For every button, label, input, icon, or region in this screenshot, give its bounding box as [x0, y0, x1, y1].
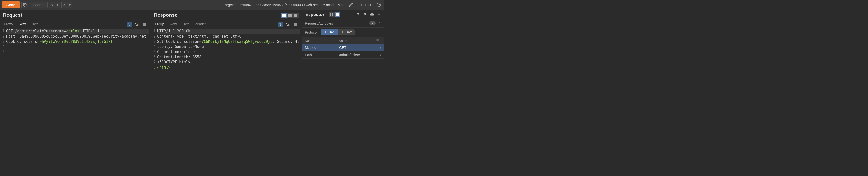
- table-row[interactable]: MethodGET›: [302, 44, 384, 51]
- history-back-group: < ▾: [49, 2, 60, 8]
- hamburger-icon[interactable]: [142, 22, 147, 27]
- tab-render[interactable]: Render: [194, 21, 207, 28]
- history-forward-group: > ▾: [61, 2, 72, 8]
- svg-rect-12: [294, 14, 298, 17]
- protocol-label: Protocol: [305, 30, 317, 34]
- response-title: Response: [154, 12, 178, 18]
- response-panel: Response Pretty Raw Hex Render \n 123456…: [151, 10, 302, 78]
- inspector-panel: Inspector Request Attributes 2 ⌃ Protoco…: [302, 10, 384, 78]
- newline-icon[interactable]: \n: [285, 22, 291, 27]
- svg-rect-20: [336, 13, 338, 16]
- tab-raw[interactable]: Raw: [19, 21, 26, 28]
- attr-name: Method: [305, 46, 339, 50]
- column-value: Value: [339, 39, 376, 42]
- svg-point-24: [371, 14, 372, 15]
- protocol-row: Protocol HTTP/1 HTTP/2: [302, 28, 384, 37]
- expand-up-icon[interactable]: [355, 12, 361, 17]
- help-icon[interactable]: [375, 2, 382, 8]
- request-attributes-label: Request Attributes: [305, 21, 333, 25]
- tab-hex[interactable]: Hex: [31, 21, 38, 28]
- attributes-count-badge: 2: [369, 21, 376, 25]
- history-back-button[interactable]: <: [49, 2, 55, 8]
- layout-toggles: [281, 12, 299, 18]
- history-forward-button[interactable]: >: [61, 2, 67, 8]
- svg-rect-21: [338, 13, 339, 16]
- chevron-right-icon: ›: [376, 53, 381, 57]
- request-editor[interactable]: 12345 GET /admin/delete?username=carlos …: [0, 28, 151, 78]
- attr-value: /admin/delete: [339, 53, 376, 57]
- close-icon[interactable]: [376, 12, 381, 17]
- layout-columns-icon[interactable]: [281, 12, 287, 18]
- inspector-layout-2-icon[interactable]: [335, 12, 340, 17]
- actions-icon[interactable]: [127, 22, 132, 27]
- svg-rect-8: [282, 14, 284, 17]
- http-version-label[interactable]: HTTP/1: [357, 2, 374, 8]
- chevron-right-icon: ›: [376, 46, 381, 50]
- request-title: Request: [3, 12, 22, 18]
- column-name: Name: [305, 39, 339, 42]
- top-toolbar: Send Cancel < ▾ > ▾ Target: https://0a49…: [0, 0, 384, 10]
- edit-target-icon[interactable]: [347, 2, 354, 8]
- cancel-button[interactable]: Cancel: [30, 2, 48, 8]
- svg-rect-19: [332, 13, 333, 16]
- gear-icon[interactable]: [21, 2, 28, 8]
- request-panel: Request Pretty Raw Hex \n 12345 GET /adm…: [0, 10, 151, 78]
- inspector-title: Inspector: [304, 12, 324, 17]
- chevron-up-icon[interactable]: ⌃: [378, 21, 381, 25]
- layout-rows-icon[interactable]: [287, 12, 293, 18]
- svg-rect-18: [330, 13, 331, 16]
- tab-raw[interactable]: Raw: [169, 21, 177, 28]
- svg-rect-11: [288, 16, 291, 17]
- protocol-http2-button[interactable]: HTTP/2: [338, 29, 355, 35]
- send-button[interactable]: Send: [2, 1, 20, 8]
- svg-point-0: [24, 4, 25, 5]
- request-tabs: Pretty Raw Hex \n: [0, 20, 151, 28]
- layout-single-icon[interactable]: [293, 12, 299, 18]
- attr-name: Path: [305, 53, 339, 57]
- gear-icon[interactable]: [369, 12, 375, 17]
- newline-icon[interactable]: \n: [134, 22, 140, 27]
- history-forward-dropdown[interactable]: ▾: [67, 2, 72, 8]
- svg-rect-10: [288, 14, 291, 15]
- actions-icon[interactable]: [278, 22, 283, 27]
- inspector-layout-1-icon[interactable]: [329, 12, 335, 17]
- attributes-table: Name Value MethodGET›Path/admin/delete›: [302, 37, 384, 59]
- svg-rect-9: [284, 14, 286, 17]
- collapse-down-icon[interactable]: [362, 12, 368, 17]
- response-editor[interactable]: 12345678 HTTP/1.1 200 OKContent-Type: te…: [151, 28, 302, 78]
- request-attributes-section[interactable]: Request Attributes 2 ⌃: [302, 19, 384, 28]
- history-back-dropdown[interactable]: ▾: [55, 2, 60, 8]
- target-label: Target: https://0a4900090385c6c5c058ef68…: [223, 3, 346, 7]
- response-tabs: Pretty Raw Hex Render \n: [151, 20, 302, 28]
- table-row[interactable]: Path/admin/delete›: [302, 51, 384, 59]
- tab-pretty[interactable]: Pretty: [154, 21, 164, 28]
- tab-hex[interactable]: Hex: [182, 21, 189, 28]
- hamburger-icon[interactable]: [293, 22, 298, 27]
- attr-value: GET: [339, 46, 376, 50]
- protocol-http1-button[interactable]: HTTP/1: [321, 29, 338, 35]
- tab-pretty[interactable]: Pretty: [3, 21, 13, 28]
- column-settings-icon[interactable]: [376, 39, 381, 42]
